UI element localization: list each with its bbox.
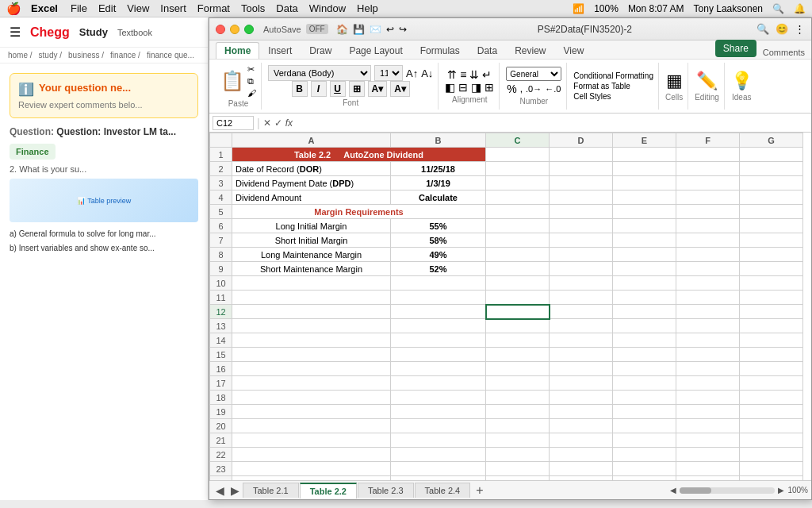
cell-c4[interactable] bbox=[486, 190, 550, 205]
cell-7-2[interactable] bbox=[740, 162, 803, 176]
margin-value-7[interactable]: 58% bbox=[391, 233, 486, 248]
tab-review[interactable]: Review bbox=[506, 42, 554, 59]
menu-edit[interactable]: Edit bbox=[98, 2, 116, 14]
cell-4-7[interactable] bbox=[550, 233, 613, 248]
cell-4-13[interactable] bbox=[550, 319, 613, 333]
home-icon[interactable]: 🏠 bbox=[336, 24, 348, 35]
cell-1-13[interactable] bbox=[232, 319, 391, 333]
margin-header-cell[interactable]: Margin Requirements bbox=[232, 205, 486, 219]
cell-4-20[interactable] bbox=[550, 419, 613, 433]
cell-5-11[interactable] bbox=[613, 291, 676, 305]
cell-6-11[interactable] bbox=[676, 291, 740, 305]
cell-3-15[interactable] bbox=[486, 348, 550, 362]
cell-5-16[interactable] bbox=[613, 362, 676, 376]
cell-7-10[interactable] bbox=[740, 276, 803, 291]
cell-2-22[interactable] bbox=[391, 448, 486, 462]
fill-color-button[interactable]: A▾ bbox=[368, 81, 388, 97]
cell-4-4[interactable] bbox=[550, 190, 613, 205]
cell-3-12[interactable] bbox=[486, 305, 550, 319]
sheet-next-button[interactable]: ▶ bbox=[228, 484, 243, 497]
sheet-tab-4[interactable]: Table 2.4 bbox=[415, 483, 471, 498]
cell-7-21[interactable] bbox=[740, 433, 803, 448]
cell-1-16[interactable] bbox=[232, 362, 391, 376]
cell-4-15[interactable] bbox=[550, 348, 613, 362]
cell-2-19[interactable] bbox=[391, 405, 486, 419]
cell-2-14[interactable] bbox=[391, 333, 486, 348]
cell-5-1[interactable] bbox=[613, 148, 676, 162]
scroll-left-icon[interactable]: ◀ bbox=[670, 486, 676, 495]
sheet-tab-3[interactable]: Table 2.3 bbox=[358, 483, 414, 498]
cell-5-7[interactable] bbox=[613, 233, 676, 248]
minimize-button[interactable] bbox=[230, 25, 239, 34]
cell-2-13[interactable] bbox=[391, 319, 486, 333]
cell-5-22[interactable] bbox=[613, 448, 676, 462]
cell-1-18[interactable] bbox=[232, 391, 391, 405]
align-top-icon[interactable]: ⇈ bbox=[447, 68, 457, 81]
cell-c9[interactable] bbox=[486, 262, 550, 276]
undo-icon[interactable]: ↩ bbox=[386, 24, 394, 35]
cell-4-22[interactable] bbox=[550, 448, 613, 462]
cell-4-9[interactable] bbox=[550, 262, 613, 276]
cell-6-8[interactable] bbox=[676, 248, 740, 262]
col-header-a[interactable]: A bbox=[232, 133, 391, 148]
align-center-icon[interactable]: ⊟ bbox=[458, 81, 468, 94]
cell-7-15[interactable] bbox=[740, 348, 803, 362]
notification-icon[interactable]: 🔔 bbox=[794, 3, 806, 14]
cell-6-1[interactable] bbox=[676, 148, 740, 162]
comments-label[interactable]: Comments bbox=[763, 48, 805, 57]
cell-7-16[interactable] bbox=[740, 362, 803, 376]
cell-5-4[interactable] bbox=[613, 190, 676, 205]
cell-7-18[interactable] bbox=[740, 391, 803, 405]
cell-5-15[interactable] bbox=[613, 348, 676, 362]
cell-6-22[interactable] bbox=[676, 448, 740, 462]
cell-3-10[interactable] bbox=[486, 276, 550, 291]
cell-c8[interactable] bbox=[486, 248, 550, 262]
cell-3-24[interactable] bbox=[486, 476, 550, 481]
increase-decimal-icon[interactable]: .0→ bbox=[526, 84, 542, 94]
menu-tools[interactable]: Tools bbox=[241, 2, 265, 14]
cell-5-9[interactable] bbox=[613, 262, 676, 276]
cell-4-14[interactable] bbox=[550, 333, 613, 348]
cell-5-10[interactable] bbox=[613, 276, 676, 291]
formula-input[interactable] bbox=[296, 118, 808, 128]
align-left-icon[interactable]: ◧ bbox=[445, 81, 455, 94]
cell-2-11[interactable] bbox=[391, 291, 486, 305]
font-color-button[interactable]: A▾ bbox=[390, 81, 410, 97]
cell-4-1[interactable] bbox=[550, 148, 613, 162]
align-middle-icon[interactable]: ≡ bbox=[460, 68, 466, 81]
cell-7-23[interactable] bbox=[740, 462, 803, 476]
margin-label-9[interactable]: Short Maintenance Margin bbox=[232, 262, 391, 276]
cell-4-24[interactable] bbox=[550, 476, 613, 481]
cell-2-20[interactable] bbox=[391, 419, 486, 433]
cell-5-3[interactable] bbox=[613, 176, 676, 190]
cell-1-11[interactable] bbox=[232, 291, 391, 305]
maximize-button[interactable] bbox=[244, 25, 254, 34]
cell-4-23[interactable] bbox=[550, 462, 613, 476]
cell-2-21[interactable] bbox=[391, 433, 486, 448]
table-value-cell-4[interactable]: Calculate bbox=[391, 190, 486, 205]
cell-4-21[interactable] bbox=[550, 433, 613, 448]
cell-2-12[interactable] bbox=[391, 305, 486, 319]
cell-3-17[interactable] bbox=[486, 376, 550, 391]
cell-6-17[interactable] bbox=[676, 376, 740, 391]
cell-7-14[interactable] bbox=[740, 333, 803, 348]
conditional-formatting-button[interactable]: Conditional Formatting bbox=[573, 71, 653, 80]
cell-6-6[interactable] bbox=[676, 219, 740, 233]
cell-6-5[interactable] bbox=[676, 205, 740, 219]
cell-4-3[interactable] bbox=[550, 176, 613, 190]
cell-c7[interactable] bbox=[486, 233, 550, 248]
cell-7-22[interactable] bbox=[740, 448, 803, 462]
font-size-select[interactable]: 11 bbox=[374, 65, 403, 81]
hamburger-icon[interactable]: ☰ bbox=[10, 25, 21, 40]
cell-3-20[interactable] bbox=[486, 419, 550, 433]
tab-page-layout[interactable]: Page Layout bbox=[340, 42, 411, 59]
cell-6-24[interactable] bbox=[676, 476, 740, 481]
cell-6-15[interactable] bbox=[676, 348, 740, 362]
border-button[interactable]: ⊞ bbox=[349, 81, 365, 97]
margin-value-8[interactable]: 49% bbox=[391, 248, 486, 262]
cell-6-3[interactable] bbox=[676, 176, 740, 190]
cell-6-10[interactable] bbox=[676, 276, 740, 291]
cell-1-21[interactable] bbox=[232, 433, 391, 448]
cell-6-16[interactable] bbox=[676, 362, 740, 376]
cell-1-20[interactable] bbox=[232, 419, 391, 433]
